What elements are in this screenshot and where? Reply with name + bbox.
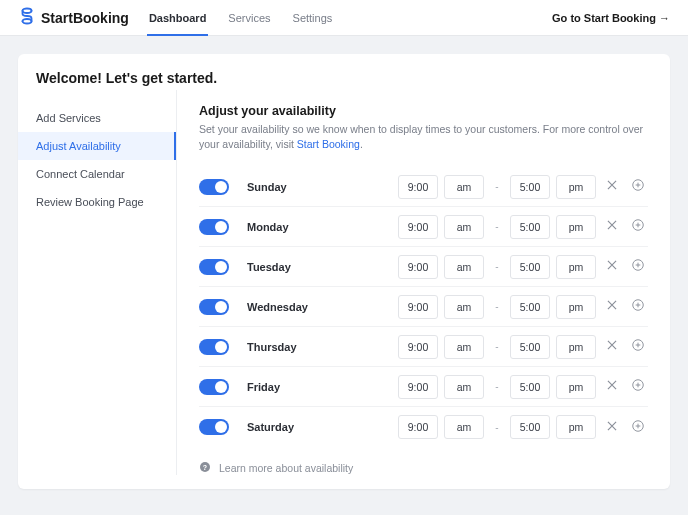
sidebar-item-adjust-availability[interactable]: Adjust Availability [18,132,176,160]
availability-list: Sunday 9:00 am - 5:00 pm [199,167,648,447]
add-slot-button[interactable] [628,297,648,317]
day-row-wednesday: Wednesday 9:00 am - 5:00 pm [199,287,648,327]
toggle-saturday[interactable] [199,419,229,435]
go-to-start-booking[interactable]: Go to Start Booking → [552,12,670,24]
day-row-sunday: Sunday 9:00 am - 5:00 pm [199,167,648,207]
nav-services[interactable]: Services [228,0,270,35]
end-hour-select[interactable]: 5:00 [510,415,550,439]
learn-more-link[interactable]: ? Learn more about availability [199,461,648,475]
day-label: Monday [247,221,392,233]
start-ampm-select[interactable]: am [444,335,484,359]
remove-slot-button[interactable] [602,217,622,237]
learn-more-text: Learn more about availability [219,462,353,474]
end-ampm-select[interactable]: pm [556,295,596,319]
sidebar-item-add-services[interactable]: Add Services [18,104,176,132]
add-slot-button[interactable] [628,217,648,237]
start-hour-select[interactable]: 9:00 [398,375,438,399]
day-row-saturday: Saturday 9:00 am - 5:00 pm [199,407,648,447]
panel-description-text: Set your availability so we know when to… [199,123,643,150]
end-hour-select[interactable]: 5:00 [510,295,550,319]
start-hour-select[interactable]: 9:00 [398,335,438,359]
time-separator: - [490,301,504,312]
start-hour-select[interactable]: 9:00 [398,175,438,199]
plus-circle-icon [631,258,645,275]
toggle-friday[interactable] [199,379,229,395]
start-hour-select[interactable]: 9:00 [398,215,438,239]
end-ampm-select[interactable]: pm [556,375,596,399]
panel-description-suffix: . [360,138,363,150]
start-ampm-select[interactable]: am [444,375,484,399]
end-ampm-select[interactable]: pm [556,175,596,199]
nav-dashboard[interactable]: Dashboard [149,0,206,35]
toggle-wednesday[interactable] [199,299,229,315]
plus-circle-icon [631,378,645,395]
close-icon [605,298,619,315]
topbar: StartBooking Dashboard Services Settings… [0,0,688,36]
start-hour-select[interactable]: 9:00 [398,255,438,279]
day-label: Wednesday [247,301,392,313]
sidebar-item-connect-calendar[interactable]: Connect Calendar [18,160,176,188]
day-label: Thursday [247,341,392,353]
close-icon [605,419,619,436]
panel-description-link[interactable]: Start Booking [297,138,360,150]
end-ampm-select[interactable]: pm [556,215,596,239]
add-slot-button[interactable] [628,257,648,277]
topbar-left: StartBooking Dashboard Services Settings [18,0,332,35]
day-row-thursday: Thursday 9:00 am - 5:00 pm [199,327,648,367]
plus-circle-icon [631,338,645,355]
remove-slot-button[interactable] [602,417,622,437]
remove-slot-button[interactable] [602,257,622,277]
card-body: Add Services Adjust Availability Connect… [18,90,670,489]
end-hour-select[interactable]: 5:00 [510,375,550,399]
remove-slot-button[interactable] [602,337,622,357]
plus-circle-icon [631,178,645,195]
start-ampm-select[interactable]: am [444,175,484,199]
svg-text:?: ? [203,464,207,471]
remove-slot-button[interactable] [602,177,622,197]
plus-circle-icon [631,419,645,436]
add-slot-button[interactable] [628,377,648,397]
day-row-monday: Monday 9:00 am - 5:00 pm [199,207,648,247]
start-ampm-select[interactable]: am [444,295,484,319]
end-hour-select[interactable]: 5:00 [510,215,550,239]
add-slot-button[interactable] [628,177,648,197]
end-ampm-select[interactable]: pm [556,255,596,279]
start-ampm-select[interactable]: am [444,215,484,239]
start-hour-select[interactable]: 9:00 [398,295,438,319]
end-hour-select[interactable]: 5:00 [510,335,550,359]
toggle-thursday[interactable] [199,339,229,355]
onboarding-sidebar: Add Services Adjust Availability Connect… [18,90,176,475]
brand-name: StartBooking [41,10,129,26]
start-hour-select[interactable]: 9:00 [398,415,438,439]
close-icon [605,218,619,235]
add-slot-button[interactable] [628,417,648,437]
day-row-tuesday: Tuesday 9:00 am - 5:00 pm [199,247,648,287]
time-separator: - [490,422,504,433]
plus-circle-icon [631,298,645,315]
start-ampm-select[interactable]: am [444,415,484,439]
sidebar-item-review-booking-page[interactable]: Review Booking Page [18,188,176,216]
day-label: Friday [247,381,392,393]
add-slot-button[interactable] [628,337,648,357]
close-icon [605,338,619,355]
brand[interactable]: StartBooking [18,7,129,28]
close-icon [605,258,619,275]
end-ampm-select[interactable]: pm [556,335,596,359]
start-ampm-select[interactable]: am [444,255,484,279]
main-card: Welcome! Let's get started. Add Services… [18,54,670,489]
day-label: Tuesday [247,261,392,273]
day-label: Sunday [247,181,392,193]
end-hour-select[interactable]: 5:00 [510,255,550,279]
time-separator: - [490,181,504,192]
toggle-monday[interactable] [199,219,229,235]
plus-circle-icon [631,218,645,235]
nav-settings[interactable]: Settings [293,0,333,35]
toggle-tuesday[interactable] [199,259,229,275]
remove-slot-button[interactable] [602,297,622,317]
toggle-sunday[interactable] [199,179,229,195]
end-ampm-select[interactable]: pm [556,415,596,439]
end-hour-select[interactable]: 5:00 [510,175,550,199]
help-icon: ? [199,461,211,475]
panel-title: Adjust your availability [199,104,648,118]
remove-slot-button[interactable] [602,377,622,397]
